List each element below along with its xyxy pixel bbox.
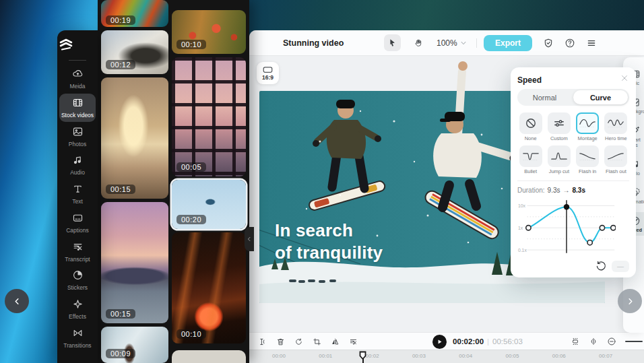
none-icon: [521, 117, 540, 130]
curve-preset-none[interactable]: None: [517, 112, 544, 141]
stock-video-thumbnail-window[interactable]: 00:05: [172, 57, 246, 176]
preview-split-icon[interactable]: [589, 337, 598, 346]
video-caption-text: In search of tranquility: [275, 220, 383, 265]
stickers-icon: [72, 269, 84, 281]
transitions-icon: [72, 327, 84, 339]
stock-video-thumbnail-backflip[interactable]: 00:20: [172, 180, 246, 229]
stock-video-thumbnail-feathers[interactable]: 00:19: [101, 0, 168, 27]
split-icon[interactable]: [258, 337, 267, 346]
sidebar-item-label: Meida: [59, 84, 96, 90]
curve-preset-hero-time[interactable]: Hero time: [603, 112, 629, 141]
sidebar-item-label: Transitions: [59, 343, 96, 350]
duration-badge: 00:19: [106, 15, 135, 25]
photos-icon: [72, 126, 84, 137]
help-icon[interactable]: [565, 38, 575, 48]
delete-icon[interactable]: [276, 337, 285, 346]
play-button[interactable]: [432, 335, 447, 349]
panel-collapse-handle[interactable]: [245, 227, 254, 251]
playhead-marker[interactable]: [359, 351, 366, 360]
sidebar-item-stock-videos[interactable]: Stock videos: [59, 94, 96, 122]
snap-icon[interactable]: [571, 337, 580, 346]
stock-video-thumbnail-poppies[interactable]: 00:10: [172, 10, 246, 54]
desktop-stage: MeidaStock videosPhotosAudioTextCaptions…: [0, 0, 644, 363]
preset-label: Bullet: [517, 168, 544, 174]
mirror-icon[interactable]: [331, 337, 340, 346]
remove-point-button[interactable]: —: [612, 261, 629, 272]
reverse-icon[interactable]: [294, 337, 303, 346]
sidebar-item-transitions[interactable]: Transitions: [59, 324, 96, 352]
left-sidebar: MeidaStock videosPhotosAudioTextCaptions…: [57, 30, 98, 363]
stock-video-thumbnail-partial[interactable]: [172, 350, 246, 363]
preset-label: Jump cut: [546, 168, 572, 174]
captions-icon: [72, 212, 84, 224]
sidebar-item-label: Stickers: [59, 285, 96, 292]
hand-tool-button[interactable]: [410, 34, 427, 51]
sidebar-item-text[interactable]: Text: [59, 180, 96, 208]
sidebar-item-media[interactable]: Meida: [59, 65, 96, 93]
extract-text-icon[interactable]: [349, 337, 358, 346]
capcut-logo-icon: [57, 37, 75, 53]
ruler-tick: 00:05: [506, 353, 519, 359]
sidebar-item-photos[interactable]: Photos: [59, 123, 96, 151]
curve-preset-montage[interactable]: Montage: [575, 112, 601, 141]
next-button[interactable]: [618, 289, 642, 313]
montage-curve-icon: [578, 117, 597, 130]
shield-check-icon[interactable]: [543, 38, 554, 48]
duration-badge: 00:05: [176, 162, 206, 172]
ruler-tick: 00:02: [366, 353, 379, 359]
chevron-right-icon: [626, 298, 634, 305]
curve-preset-flash-out[interactable]: Flash out: [603, 145, 629, 174]
hand-icon: [414, 38, 424, 48]
bullet-curve-icon: [521, 150, 540, 163]
ruler-tick: 00:04: [459, 353, 472, 359]
stock-video-thumbnail-wall[interactable]: 00:15: [101, 77, 168, 199]
curve-presets-grid: NoneCustomMontageHero timeBulletJump cut…: [517, 112, 629, 174]
sidebar-item-transcript[interactable]: Transcript: [59, 238, 96, 266]
curve-preset-custom[interactable]: Custom: [546, 112, 572, 141]
ruler-tick: 00:03: [412, 353, 426, 359]
preset-label: None: [517, 135, 544, 141]
speed-tab-curve[interactable]: Curve: [573, 90, 628, 104]
stock-video-thumbnail-coast[interactable]: 00:15: [101, 202, 168, 323]
curve-preset-bullet[interactable]: Bullet: [517, 145, 544, 174]
timeline-toolbar: 00:02:00 | 00:56:03: [249, 332, 644, 350]
close-icon[interactable]: [620, 73, 629, 83]
speed-panel: Speed NormalCurve NoneCustomMontageHero …: [511, 67, 636, 277]
previous-button[interactable]: [5, 289, 29, 313]
sidebar-item-captions[interactable]: Captions: [59, 209, 96, 237]
hero-time-curve-icon: [606, 117, 625, 130]
duration-label: Duration:: [517, 187, 545, 194]
reset-icon[interactable]: [595, 260, 607, 272]
caption-line-2: of tranquility: [275, 242, 383, 264]
ruler-tick: 00:07: [599, 353, 612, 359]
sidebar-item-stickers[interactable]: Stickers: [59, 266, 96, 294]
curve-preset-flash-in[interactable]: Flash in: [575, 145, 601, 174]
sidebar-item-audio[interactable]: Audio: [59, 151, 96, 179]
stock-video-thumbnail-redsun[interactable]: 00:10: [172, 232, 246, 343]
cursor-tool-button[interactable]: [384, 34, 401, 51]
stock-video-thumbnail-dancer[interactable]: 00:09: [101, 327, 168, 363]
speed-panel-footer: —: [517, 260, 629, 272]
text-icon: [72, 183, 84, 195]
curve-preset-jump-cut[interactable]: Jump cut: [546, 145, 572, 174]
timeline-zoom-slider[interactable]: [625, 341, 643, 343]
sidebar-divider: [69, 60, 86, 61]
flash-in-curve-icon: [578, 150, 597, 163]
speed-curve-graph[interactable]: 10x1x0.1x: [517, 197, 616, 256]
zoom-level-dropdown[interactable]: 100%: [437, 38, 467, 48]
export-button[interactable]: Export: [484, 35, 532, 51]
sidebar-item-label: Photos: [59, 141, 96, 148]
timeline-ruler[interactable]: 00:0000:0100:0200:0300:0400:0500:0600:07: [249, 350, 644, 363]
speed-mode-tabs: NormalCurve: [517, 89, 629, 106]
transcript-icon: [72, 241, 84, 253]
duration-badge: 00:15: [106, 309, 135, 319]
duration-arrow: →: [562, 187, 569, 194]
cloud-sync-icon: [264, 38, 275, 48]
export-queue-icon[interactable]: [586, 38, 597, 48]
crop-icon[interactable]: [313, 337, 321, 346]
sidebar-item-effects[interactable]: Effects: [59, 295, 96, 323]
speed-tab-normal[interactable]: Normal: [517, 89, 572, 106]
duration-badge: 00:09: [106, 349, 135, 358]
stock-video-thumbnail-skater[interactable]: 00:12: [101, 30, 168, 74]
zoom-out-icon[interactable]: [607, 337, 616, 346]
